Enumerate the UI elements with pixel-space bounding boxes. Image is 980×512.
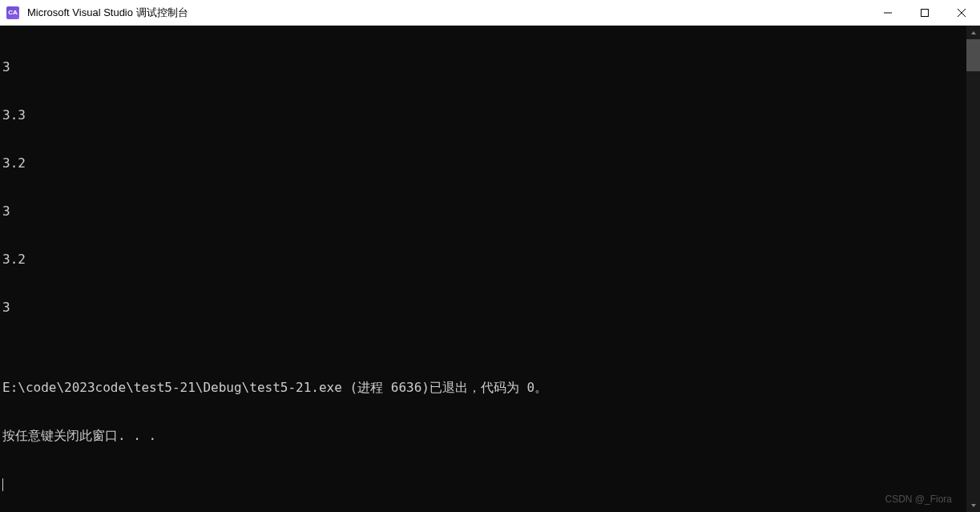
maximize-button[interactable]	[906, 0, 943, 25]
content-wrapper: 3 3.3 3.2 3 3.2 3 E:\code\2023code\test5…	[0, 26, 980, 512]
window-title: Microsoft Visual Studio 调试控制台	[26, 6, 869, 20]
app-window: CA Microsoft Visual Studio 调试控制台 3 3.3 3…	[0, 0, 980, 512]
app-icon: CA	[6, 6, 19, 19]
scrollbar-thumb[interactable]	[966, 39, 980, 71]
console-line: 按任意键关闭此窗口. . .	[2, 428, 966, 444]
console-line: E:\code\2023code\test5-21\Debug\test5-21…	[2, 380, 966, 396]
console-line: 3	[2, 59, 966, 75]
console-cursor-line	[2, 476, 966, 492]
vertical-scrollbar[interactable]	[966, 26, 980, 512]
scroll-up-button[interactable]	[966, 26, 980, 39]
console-line: 3.2	[2, 155, 966, 171]
watermark-text: CSDN @_Fiora	[885, 491, 952, 507]
console-line: 3	[2, 300, 966, 316]
scroll-down-button[interactable]	[966, 498, 980, 512]
window-controls	[869, 0, 980, 25]
console-line: 3.2	[2, 252, 966, 268]
close-button[interactable]	[943, 0, 980, 25]
titlebar[interactable]: CA Microsoft Visual Studio 调试控制台	[0, 0, 980, 26]
minimize-button[interactable]	[869, 0, 906, 25]
text-cursor	[2, 478, 3, 491]
svg-rect-1	[922, 9, 929, 16]
console-output[interactable]: 3 3.3 3.2 3 3.2 3 E:\code\2023code\test5…	[0, 26, 966, 512]
console-line: 3	[2, 204, 966, 220]
console-line: 3.3	[2, 107, 966, 123]
